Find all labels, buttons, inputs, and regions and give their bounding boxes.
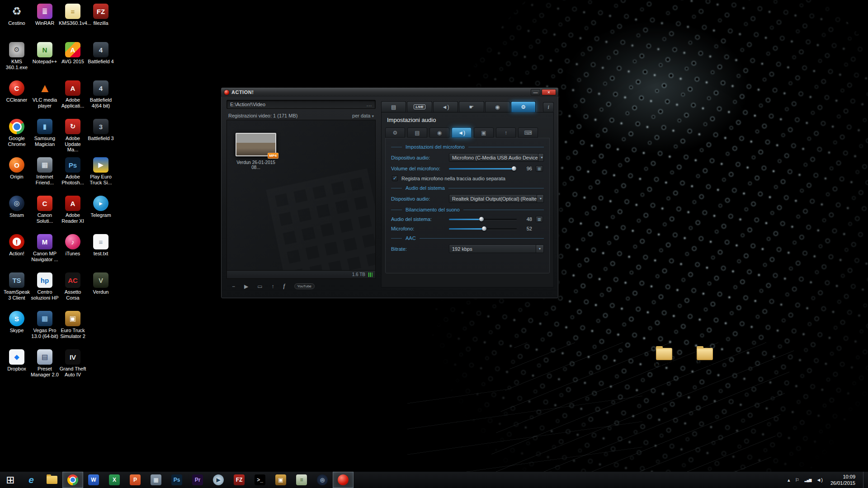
system-device-select[interactable]: Realtek Digital Output(Optical) (Realte … [449, 194, 544, 203]
desktop-icon[interactable]: C Canon Soluti... [31, 194, 59, 232]
mic-volume-slider[interactable] [449, 168, 517, 169]
taskbar-item[interactable]: >_ [250, 472, 270, 488]
chevron-down-icon[interactable]: ▾ [538, 154, 544, 161]
system-options-button[interactable]: ▥ [536, 216, 543, 222]
desktop-folder[interactable]: m3u [690, 348, 719, 368]
taskbar-item[interactable]: ▶ [208, 472, 229, 488]
main-tab[interactable]: ◉ [485, 101, 510, 112]
desktop-icon[interactable]: ♪ iTunes [59, 232, 87, 271]
desktop-icon[interactable]: A Adobe Reader XI [59, 194, 87, 232]
settings-subtab[interactable]: ⚙ [385, 127, 405, 138]
taskbar-item[interactable]: ▦ [146, 472, 166, 488]
desktop-icon[interactable]: IV Grand Theft Auto IV [59, 347, 87, 386]
desktop-icon[interactable]: ▦ Vegas Pro 13.0 (64-bit) [31, 309, 59, 347]
tray-expand-icon[interactable]: ▴ [788, 477, 790, 483]
delete-button[interactable]: − [232, 283, 235, 290]
settings-subtab[interactable]: ▤ [407, 127, 427, 138]
desktop-icon[interactable]: ▦ Internet Friend... [31, 155, 59, 194]
desktop-icon[interactable]: ! Action! [3, 232, 31, 271]
desktop-icon[interactable]: ▲ VLC media player [31, 79, 59, 117]
desktop-icon[interactable]: V Verdun [87, 271, 115, 309]
desktop-icon[interactable]: ◆ Dropbox [3, 347, 31, 386]
desktop-icon[interactable]: 3 Battlefield 3 [87, 117, 115, 155]
desktop-icon[interactable]: S Skype [3, 309, 31, 347]
desktop-icon[interactable]: 4 Battlefield 4 [87, 40, 115, 79]
desktop-icon[interactable]: TS TeamSpeak 3 Client [3, 271, 31, 309]
desktop-icon[interactable]: ◎ Steam [3, 194, 31, 232]
settings-subtab[interactable]: ◉ [429, 127, 449, 138]
main-tab[interactable]: LIVE [407, 101, 432, 112]
desktop-icon[interactable]: ▶ Play Euro Truck Si... [87, 155, 115, 194]
main-tab[interactable]: ⚙ [511, 101, 536, 112]
separate-track-checkbox[interactable]: ✓ [392, 175, 398, 181]
settings-subtab[interactable]: ↑ [496, 127, 516, 138]
upload-button[interactable]: ↑ [272, 283, 274, 290]
taskbar-item[interactable]: ▣ [270, 472, 291, 488]
play-button[interactable]: ▶ [244, 283, 248, 290]
taskbar-item[interactable] [333, 472, 354, 488]
youtube-button[interactable]: YouTube [294, 283, 315, 289]
chevron-down-icon[interactable]: ▾ [536, 245, 543, 253]
desktop-icon[interactable]: ≣ WinRAR [31, 2, 59, 40]
desktop-icon[interactable]: ▸ Telegram [87, 194, 115, 232]
taskbar-item[interactable]: e [21, 472, 42, 488]
mic-device-select[interactable]: Microfono (C-Media USB Audio Device ▾ [449, 153, 544, 162]
taskbar-item[interactable]: ≡ [291, 472, 312, 488]
path-bar[interactable]: E:\Action!\Video ... [226, 100, 376, 109]
action-center-icon[interactable]: ⚐ [795, 477, 800, 483]
taskbar-item[interactable]: ◎ [312, 472, 333, 488]
desktop-icon[interactable]: hp Centro soluzioni HP [31, 271, 59, 309]
show-desktop-button[interactable] [863, 472, 866, 488]
desktop-icon[interactable]: 4 Battlefield 4(64 bit) [87, 79, 115, 117]
minimize-button[interactable]: — [531, 89, 540, 95]
open-folder-button[interactable]: ▭ [257, 283, 262, 290]
desktop-icon[interactable]: AC Assetto Corsa [59, 271, 87, 309]
desktop-icon[interactable]: ↻ Adobe Update Ma... [59, 117, 87, 155]
desktop-icon[interactable]: Google Chrome [3, 117, 31, 155]
desktop-icon[interactable]: A Adobe Applicati... [59, 79, 87, 117]
chevron-down-icon[interactable]: ▾ [537, 195, 544, 202]
taskbar-item[interactable]: X [104, 472, 125, 488]
desktop-icon[interactable]: M Canon MP Navigator ... [31, 232, 59, 271]
mic-balance-slider[interactable] [449, 228, 517, 230]
settings-subtab[interactable]: ⌨ [518, 127, 538, 138]
sort-dropdown[interactable]: per data ▾ [352, 113, 374, 118]
desktop-icon[interactable]: ≡ test.txt [87, 232, 115, 271]
desktop-icon[interactable]: N Notepad++ [31, 40, 59, 79]
desktop-icon[interactable]: Ps Adobe Photosh... [59, 155, 87, 194]
taskbar-item[interactable]: FZ [229, 472, 250, 488]
taskbar-item[interactable]: Pr [187, 472, 208, 488]
taskbar-item[interactable]: Ps [166, 472, 187, 488]
taskbar-item[interactable]: P [125, 472, 146, 488]
desktop-icon[interactable]: FZ filezilla [87, 2, 115, 40]
main-tab[interactable]: ☛ [459, 101, 484, 112]
desktop-icon[interactable]: ♻ Cestino [3, 2, 31, 40]
taskbar-item[interactable] [62, 472, 83, 488]
mic-options-button[interactable]: ▥ [536, 165, 543, 172]
main-tab[interactable]: ◄) [433, 101, 458, 112]
desktop-icon[interactable]: ▮ Samsung Magician [31, 117, 59, 155]
desktop-icon[interactable]: A AVG 2015 [59, 40, 87, 79]
browse-button[interactable]: ... [367, 102, 372, 107]
taskbar-item[interactable]: ⊞ [0, 472, 21, 488]
desktop-icon[interactable]: ▣ Euro Truck Simulator 2 [59, 309, 87, 347]
facebook-button[interactable]: f [283, 283, 285, 290]
desktop-icon[interactable]: O Origin [3, 155, 31, 194]
desktop-folder[interactable]: DCIM [650, 348, 679, 368]
window-titlebar[interactable]: ACTION! — × [221, 88, 558, 97]
close-button[interactable]: × [542, 89, 556, 95]
desktop-icon[interactable]: ⚙ KMS 360.1.exe [3, 40, 31, 79]
taskbar-item[interactable]: W [83, 472, 104, 488]
info-tab[interactable]: i [543, 102, 554, 112]
desktop-icon[interactable]: ▤ Preset Manager 2.0 [31, 347, 59, 386]
settings-subtab[interactable]: ◄) [452, 127, 472, 138]
main-tab[interactable]: ▤ [381, 101, 406, 112]
taskbar-item[interactable] [42, 472, 62, 488]
volume-icon[interactable]: ◄) [816, 477, 823, 483]
system-volume-slider[interactable] [449, 219, 517, 220]
bitrate-select[interactable]: 192 kbps ▾ [449, 244, 544, 253]
clock[interactable]: 10:09 26/01/2015 [828, 474, 858, 487]
settings-subtab[interactable]: ▣ [474, 127, 494, 138]
network-icon[interactable]: ▂▄▆ [804, 478, 811, 482]
desktop-icon[interactable]: ≡ KMS360.1v4... [59, 2, 87, 40]
